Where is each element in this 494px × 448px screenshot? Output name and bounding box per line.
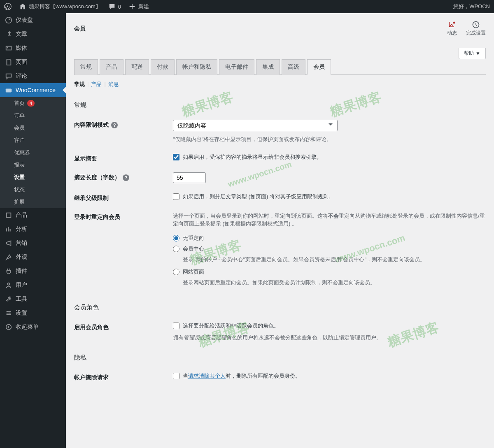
admin-bar: 糖果博客【www.wpocn.com】 0 新建 您好，WPOCN [0,0,494,13]
sidebar-item-users[interactable]: 用户 [0,278,66,292]
sidebar-item-label: 仪表盘 [16,16,33,24]
sidebar-item-media[interactable]: 媒体 [0,41,66,55]
section-title-privacy: 隐私 [74,354,486,362]
sidebar-item-tools[interactable]: 工具 [0,292,66,306]
chevron-down-icon: ▼ [475,51,480,56]
user-greeting[interactable]: 您好，WPOCN [453,3,490,10]
svg-point-11 [453,22,454,23]
media-icon [5,44,12,52]
submenu-item[interactable]: 报表 [0,159,66,171]
show-excerpt-checkbox[interactable] [173,154,179,160]
page-icon [5,58,12,66]
sidebar-item-pin[interactable]: 文章 [0,27,66,41]
collapse-icon [5,323,12,331]
settings-tab[interactable]: 集成 [256,59,280,75]
help-icon[interactable]: ? [123,174,129,181]
sidebar-item-product[interactable]: 产品 [0,208,66,222]
erasure-checkbox[interactable] [173,373,179,379]
sidebar-item-settings[interactable]: 设置 [0,306,66,320]
submenu-item[interactable]: 客户 [0,134,66,146]
analytics-icon [5,225,12,233]
new-link[interactable]: 新建 [128,3,149,10]
main-content: 会员 动态 完成设置 帮助 ▼ 常规产品配送付款帐户和隐私电子邮件集成高级会员 … [66,13,494,448]
svg-rect-5 [7,213,11,218]
sidebar-item-label: 分析 [16,225,27,233]
inherit-text: 如果启用，则分层文章类型 (如页面) 将对其子级应用限制规则。 [183,193,334,200]
label-erasure: 帐户擦除请求 [74,374,109,381]
show-excerpt-text: 如果启用，受保护内容的摘录将显示给非会员和搜索引擎。 [183,153,322,161]
sidebar-item-collapse[interactable]: 收起菜单 [0,320,66,334]
svg-point-3 [7,47,8,49]
redirect-page-label: 网站页面 [183,268,204,276]
subtab-link[interactable]: 消息 [108,81,119,87]
erasure-link[interactable]: 请求清除其个人 [188,373,226,379]
appearance-icon [5,253,12,261]
settings-tab[interactable]: 付款 [151,59,175,75]
restrict-mode-select[interactable]: 仅隐藏内容 [173,120,338,131]
settings-icon [5,309,12,317]
submenu-item[interactable]: 扩展 [0,196,66,208]
product-icon [5,211,12,219]
sidebar-item-dashboard[interactable]: 仪表盘 [0,13,66,27]
svg-point-8 [9,313,10,314]
label-show-excerpt: 显示摘要 [74,155,97,162]
submenu-item[interactable]: 会员 [0,122,66,134]
users-icon [5,281,12,289]
excerpt-length-input[interactable] [173,172,206,183]
settings-tab[interactable]: 帐户和隐私 [176,59,217,75]
submenu-item[interactable]: 优惠券 [0,146,66,159]
sidebar-item-page[interactable]: 页面 [0,55,66,69]
label-restrict-mode: 内容限制模式 [74,121,109,129]
sidebar-item-label: 收起菜单 [16,323,39,331]
settings-tab[interactable]: 高级 [282,59,305,75]
sidebar-item-label: 评论 [16,72,27,80]
sidebar-item-woo[interactable]: WooCommerce [0,83,66,97]
wp-logo-icon[interactable] [4,3,12,10]
redirect-center-desc: 登录"我的帐户 - 会员中心"页面后重定向会员。如果会员资格未启用"会员中心"，… [183,256,486,263]
subtab-link[interactable]: 常规 [74,81,85,87]
sidebar-item-label: 媒体 [16,44,27,52]
section-title-roles: 会员角色 [74,304,486,311]
help-tab[interactable]: 帮助 ▼ [459,48,486,59]
sidebar-item-appearance[interactable]: 外观 [0,250,66,264]
sidebar-item-marketing[interactable]: 营销 [0,236,66,250]
subtab-link[interactable]: 产品 [91,81,102,87]
sidebar-item-plugins[interactable]: 插件 [0,264,66,278]
site-name-link[interactable]: 糖果博客【www.wpocn.com】 [19,3,101,10]
sidebar-item-comment[interactable]: 评论 [0,69,66,83]
inherit-checkbox[interactable] [173,193,179,200]
submenu-item[interactable]: 状态 [0,183,66,196]
enable-roles-desc: 拥有管理员或商店经理角色的用户将永远不会被分配这些角色，以防止锁定管理员用户。 [173,334,486,342]
settings-tab[interactable]: 配送 [125,59,149,75]
settings-tab[interactable]: 电子邮件 [219,59,254,75]
redirect-center-radio[interactable] [173,246,179,252]
redirect-none-label: 无重定向 [183,234,204,242]
marketing-icon [5,239,12,247]
redirect-page-desc: 登录网站页面后重定向会员。如果此页面受会员计划限制，则不会重定向该会员。 [183,279,486,286]
settings-tabs: 常规产品配送付款帐户和隐私电子邮件集成高级会员 [74,59,486,75]
redirect-none-radio[interactable] [173,235,179,241]
submenu-item[interactable]: 订单 [0,109,66,122]
settings-tab[interactable]: 常规 [74,59,98,75]
enable-roles-text: 选择要分配给活跃和非活跃会员的角色。 [183,322,279,330]
new-label: 新建 [138,3,149,10]
sidebar-item-label: 文章 [16,30,27,38]
submenu-item[interactable]: 设置 [0,171,66,183]
tools-icon [5,295,12,303]
action-label: 动态 [447,30,457,37]
svg-point-7 [7,311,8,312]
plugins-icon [5,267,12,275]
help-icon[interactable]: ? [111,122,118,128]
comments-link[interactable]: 0 [108,3,121,10]
restrict-mode-desc: "仅隐藏内容"将在存档中显示项目，但保护页面或发布内容和评论。 [173,135,486,144]
submenu-item[interactable]: 首页4 [0,97,66,109]
page-title: 会员 [74,25,86,32]
settings-tab[interactable]: 会员 [307,59,331,75]
inbox-action[interactable]: 动态 [447,21,457,37]
settings-tab[interactable]: 产品 [100,59,124,75]
enable-roles-checkbox[interactable] [173,323,179,329]
section-title-general: 常规 [74,101,486,109]
setup-action[interactable]: 完成设置 [466,21,486,37]
redirect-page-radio[interactable] [173,269,179,275]
sidebar-item-analytics[interactable]: 分析 [0,222,66,236]
